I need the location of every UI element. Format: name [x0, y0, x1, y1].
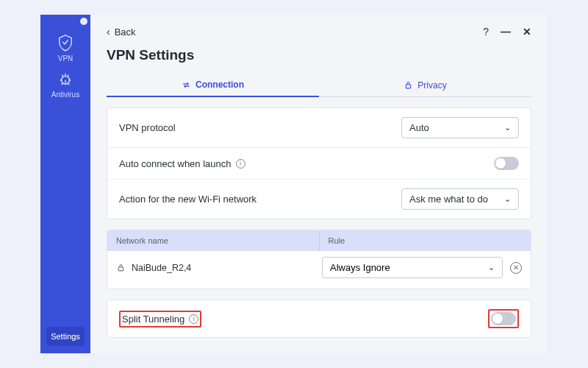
window-controls: ? — ✕ — [483, 26, 531, 37]
network-table-header: Network name Rule — [107, 230, 531, 251]
chevron-down-icon: ⌄ — [504, 194, 511, 204]
main-panel: ‹ Back ? — ✕ VPN Settings Connection Pri… — [90, 15, 548, 353]
bug-icon — [57, 71, 74, 88]
split-tunneling-card: Split Tunneling i — [107, 300, 531, 338]
status-dot — [80, 18, 87, 25]
network-rule-select[interactable]: Always Ignore ⌄ — [322, 257, 503, 278]
chevron-down-icon: ⌄ — [488, 263, 495, 272]
network-name: NaiBude_R2,4 — [132, 263, 191, 273]
row-auto-connect: Auto connect when launch i — [107, 148, 531, 180]
split-tunneling-text: Split Tunneling — [122, 314, 184, 325]
tab-connection[interactable]: Connection — [107, 74, 319, 97]
col-header-name: Network name — [107, 230, 319, 251]
auto-connect-text: Auto connect when launch — [119, 158, 232, 169]
svg-rect-1 — [406, 85, 412, 88]
network-rule-cell: Always Ignore ⌄ ✕ — [322, 257, 522, 278]
select-value: Auto — [409, 122, 429, 133]
tab-label: Connection — [196, 79, 244, 90]
vpn-protocol-label: VPN protocol — [119, 122, 176, 133]
swap-icon — [182, 80, 191, 90]
back-label: Back — [115, 26, 136, 38]
lock-icon — [116, 263, 126, 272]
chevron-down-icon: ⌄ — [504, 123, 511, 132]
page-title: VPN Settings — [107, 47, 531, 63]
row-vpn-protocol: VPN protocol Auto ⌄ — [107, 108, 531, 148]
info-icon[interactable]: i — [236, 159, 245, 169]
delete-network-button[interactable]: ✕ — [510, 262, 522, 274]
split-tunneling-toggle[interactable] — [491, 312, 516, 325]
row-split-tunneling: Split Tunneling i — [107, 300, 531, 337]
split-tunneling-label: Split Tunneling i — [119, 311, 201, 328]
svg-rect-2 — [118, 267, 123, 271]
back-button[interactable]: ‹ Back — [107, 26, 136, 38]
sidebar-item-label: VPN — [58, 54, 74, 63]
wifi-action-select[interactable]: Ask me what to do ⌄ — [401, 188, 519, 210]
sidebar-settings-button[interactable]: Settings — [46, 327, 85, 346]
sidebar-settings-label: Settings — [51, 332, 80, 341]
tab-label: Privacy — [417, 80, 446, 91]
settings-card: VPN protocol Auto ⌄ Auto connect when la… — [107, 107, 531, 219]
app-window: VPN Antivirus Settings ‹ Back ? — ✕ VPN … — [40, 15, 548, 353]
network-table-card: Network name Rule NaiBude_R2,4 Always Ig… — [107, 230, 531, 289]
auto-connect-toggle[interactable] — [494, 157, 519, 170]
tabs: Connection Privacy — [107, 74, 531, 97]
lock-icon — [404, 80, 413, 90]
sidebar-item-antivirus[interactable]: Antivirus — [51, 71, 79, 99]
wifi-action-label: Action for the new Wi-Fi network — [119, 194, 257, 205]
row-wifi-action: Action for the new Wi-Fi network Ask me … — [107, 180, 531, 219]
close-icon[interactable]: ✕ — [523, 26, 531, 37]
shield-icon — [57, 34, 74, 52]
tab-privacy[interactable]: Privacy — [319, 74, 531, 96]
topbar: ‹ Back ? — ✕ — [107, 22, 531, 41]
select-value: Ask me what to do — [409, 194, 488, 205]
split-tunneling-toggle-highlight — [488, 309, 519, 328]
vpn-protocol-select[interactable]: Auto ⌄ — [401, 117, 519, 138]
sidebar-item-vpn[interactable]: VPN — [57, 34, 74, 63]
sidebar: VPN Antivirus Settings — [40, 15, 90, 353]
info-icon[interactable]: i — [189, 314, 198, 324]
table-row: NaiBude_R2,4 Always Ignore ⌄ ✕ — [107, 251, 531, 284]
auto-connect-label: Auto connect when launch i — [119, 158, 245, 169]
minimize-icon[interactable]: — — [501, 26, 511, 37]
chevron-left-icon: ‹ — [107, 26, 110, 38]
help-icon[interactable]: ? — [483, 26, 489, 37]
network-name-cell: NaiBude_R2,4 — [116, 263, 316, 273]
select-value: Always Ignore — [330, 262, 390, 273]
col-header-rule: Rule — [319, 230, 531, 251]
sidebar-item-label: Antivirus — [51, 91, 79, 99]
